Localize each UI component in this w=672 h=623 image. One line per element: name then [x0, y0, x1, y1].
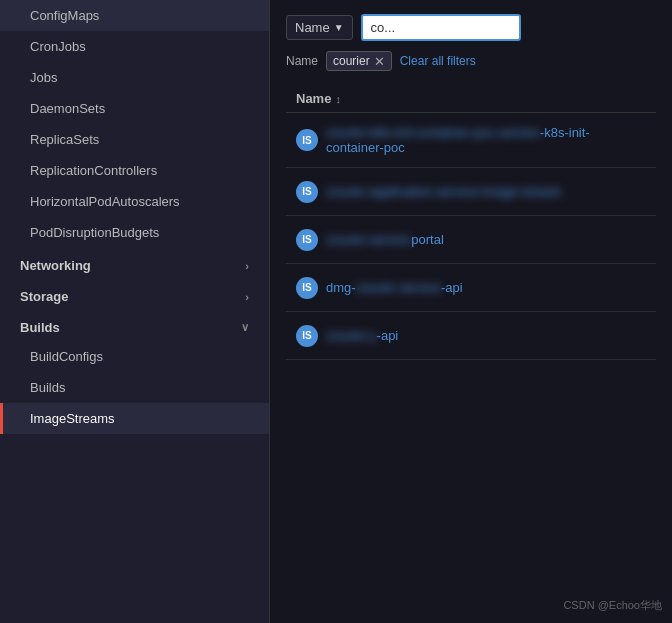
- sidebar-item-label: CronJobs: [30, 39, 86, 54]
- sidebar: ConfigMaps CronJobs Jobs DaemonSets Repl…: [0, 0, 270, 623]
- is-badge: IS: [296, 277, 318, 299]
- sidebar-item-label: ImageStreams: [30, 411, 115, 426]
- sidebar-item-jobs[interactable]: Jobs: [0, 62, 269, 93]
- main-content: Name ▼ Name courier ✕ Clear all filters …: [270, 0, 672, 623]
- is-badge: IS: [296, 181, 318, 203]
- sidebar-item-label: ConfigMaps: [30, 8, 99, 23]
- is-badge: IS: [296, 325, 318, 347]
- table-row: IS courier-serviceportal: [286, 216, 656, 264]
- filter-bar: Name ▼: [286, 14, 656, 41]
- filter-input[interactable]: [361, 14, 521, 41]
- sidebar-item-poddisruptionbudgets[interactable]: PodDisruptionBudgets: [0, 217, 269, 248]
- sidebar-item-replicasets[interactable]: ReplicaSets: [0, 124, 269, 155]
- filter-type-label: Name: [295, 20, 330, 35]
- row-name[interactable]: courier-serviceportal: [326, 232, 444, 247]
- table-row: IS dmg-courier-service-api: [286, 264, 656, 312]
- chevron-down-icon: ▼: [334, 22, 344, 33]
- sidebar-section-networking[interactable]: Networking ›: [0, 248, 269, 279]
- sidebar-item-buildconfigs[interactable]: BuildConfigs: [0, 341, 269, 372]
- sidebar-item-label: HorizontalPodAutoscalers: [30, 194, 180, 209]
- sidebar-item-label: DaemonSets: [30, 101, 105, 116]
- watermark: CSDN @Echoo华地: [563, 598, 662, 613]
- table-row: IS courier-k8s-init-container-poc-servic…: [286, 113, 656, 168]
- sidebar-section-label: Builds: [20, 320, 60, 335]
- sidebar-item-label: ReplicaSets: [30, 132, 99, 147]
- filter-tag-remove-button[interactable]: ✕: [374, 55, 385, 68]
- sidebar-item-configmaps[interactable]: ConfigMaps: [0, 0, 269, 31]
- sidebar-item-label: Builds: [30, 380, 65, 395]
- chevron-right-icon: ›: [245, 291, 249, 303]
- row-name[interactable]: courier-y-api: [326, 328, 398, 343]
- sidebar-section-label: Storage: [20, 289, 68, 304]
- clear-filters-button[interactable]: Clear all filters: [400, 54, 476, 68]
- column-name-header: Name: [296, 91, 331, 106]
- sort-icon[interactable]: ↕: [335, 93, 341, 105]
- sidebar-section-label: Networking: [20, 258, 91, 273]
- chevron-down-icon: ∨: [241, 321, 249, 334]
- chevron-right-icon: ›: [245, 260, 249, 272]
- filter-tag-value: courier: [333, 54, 370, 68]
- row-name[interactable]: courier-application-service-image-stream: [326, 184, 562, 199]
- sidebar-section-builds[interactable]: Builds ∨: [0, 310, 269, 341]
- sidebar-item-builds[interactable]: Builds: [0, 372, 269, 403]
- row-name[interactable]: courier-k8s-init-container-poc-service-k…: [326, 125, 646, 155]
- sidebar-item-cronjobs[interactable]: CronJobs: [0, 31, 269, 62]
- filter-type-select[interactable]: Name ▼: [286, 15, 353, 40]
- sidebar-item-label: PodDisruptionBudgets: [30, 225, 159, 240]
- filter-active-label: Name: [286, 54, 318, 68]
- is-badge: IS: [296, 229, 318, 251]
- table-header: Name ↕: [286, 85, 656, 113]
- sidebar-item-label: Jobs: [30, 70, 57, 85]
- table-row: IS courier-y-api: [286, 312, 656, 360]
- sidebar-item-label: BuildConfigs: [30, 349, 103, 364]
- sidebar-item-replicationcontrollers[interactable]: ReplicationControllers: [0, 155, 269, 186]
- sidebar-section-storage[interactable]: Storage ›: [0, 279, 269, 310]
- row-name[interactable]: dmg-courier-service-api: [326, 280, 463, 295]
- filter-tag: courier ✕: [326, 51, 392, 71]
- sidebar-item-imagestreams[interactable]: ImageStreams: [0, 403, 269, 434]
- sidebar-item-horizontalpodautoscalers[interactable]: HorizontalPodAutoscalers: [0, 186, 269, 217]
- is-badge: IS: [296, 129, 318, 151]
- table-row: IS courier-application-service-image-str…: [286, 168, 656, 216]
- active-filters: Name courier ✕ Clear all filters: [286, 51, 656, 71]
- sidebar-item-daemonsets[interactable]: DaemonSets: [0, 93, 269, 124]
- sidebar-item-label: ReplicationControllers: [30, 163, 157, 178]
